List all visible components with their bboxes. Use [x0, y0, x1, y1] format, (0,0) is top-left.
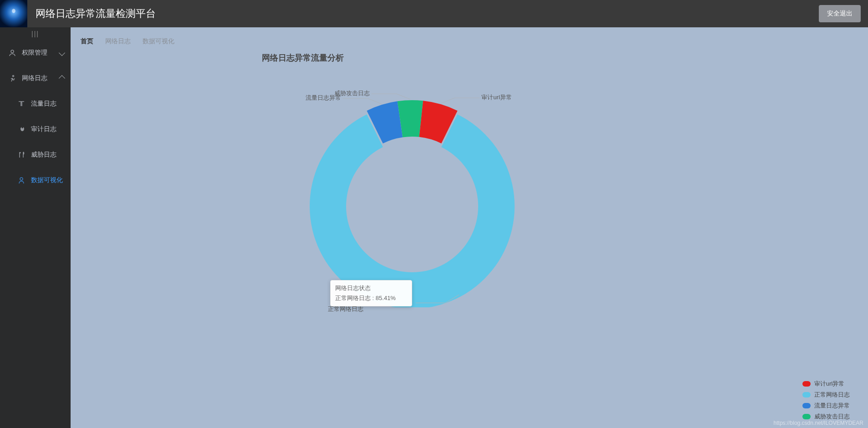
user-icon — [8, 49, 16, 57]
sidebar-item-label: 权限管理 — [22, 49, 60, 57]
tooltip-value: 正常网络日志 : 85.41% — [335, 294, 407, 302]
slice-label-2: 威胁攻击日志 — [334, 89, 370, 97]
legend-swatch — [802, 403, 811, 408]
sidebar-item-5[interactable]: 数据可视化 — [0, 168, 71, 193]
donut-chart — [307, 98, 517, 307]
legend-label: 正常网络日志 — [814, 391, 850, 399]
sidebar-item-3[interactable]: 审计日志 — [0, 117, 71, 142]
sidebar-item-label: 审计日志 — [31, 125, 66, 133]
sidebar: ||| 权限管理网络日志流量日志审计日志威胁日志数据可视化 — [0, 27, 71, 428]
watermark: https://blog.csdn.net/ILOVEMYDEAR — [774, 420, 863, 426]
utensil-icon — [17, 151, 26, 159]
sidebar-item-label: 流量日志 — [31, 100, 66, 108]
donut-slice-0[interactable] — [310, 114, 515, 307]
run-icon — [8, 74, 16, 82]
person-icon — [17, 176, 26, 184]
sidebar-item-4[interactable]: 威胁日志 — [0, 142, 71, 168]
legend-item[interactable]: 正常网络日志 — [802, 391, 850, 399]
legend-swatch — [802, 414, 811, 419]
legend-label: 流量日志异常 — [814, 402, 850, 410]
chevron-down-icon — [59, 50, 65, 56]
legend-swatch — [802, 381, 811, 387]
legend-swatch — [802, 392, 811, 397]
sidebar-collapse-toggle[interactable]: ||| — [0, 27, 71, 40]
chart-area: 网络日志异常流量分析 正常网络日志流量日志异常威胁攻击日志审计url异常 网络日… — [71, 27, 868, 428]
chart-title: 网络日志异常流量分析 — [262, 52, 344, 63]
app-header: 网络日志异常流量检测平台 安全退出 — [0, 0, 868, 27]
svg-point-0 — [11, 50, 14, 53]
sidebar-item-1[interactable]: 网络日志 — [0, 66, 71, 91]
app-logo — [0, 0, 27, 27]
legend-label: 审计url异常 — [814, 380, 844, 388]
main-content: 首页 网络日志 数据可视化 网络日志异常流量分析 正常网络日志流量日志异常威胁攻… — [71, 27, 868, 428]
legend-item[interactable]: 审计url异常 — [802, 380, 850, 388]
app-title: 网络日志异常流量检测平台 — [36, 7, 819, 20]
flame-icon — [17, 125, 26, 133]
tooltip-title: 网络日志状态 — [335, 284, 407, 292]
chart-tooltip: 网络日志状态 正常网络日志 : 85.41% — [330, 280, 412, 306]
legend-item[interactable]: 流量日志异常 — [802, 402, 850, 410]
svg-point-1 — [13, 76, 14, 77]
sidebar-item-label: 网络日志 — [22, 74, 60, 82]
svg-point-2 — [20, 178, 23, 180]
logout-button[interactable]: 安全退出 — [819, 5, 861, 22]
chevron-up-icon — [59, 75, 65, 82]
sidebar-item-2[interactable]: 流量日志 — [0, 91, 71, 117]
sidebar-item-label: 数据可视化 — [31, 176, 66, 184]
chart-legend: 审计url异常正常网络日志流量日志异常威胁攻击日志 — [802, 377, 850, 423]
sidebar-item-label: 威胁日志 — [31, 151, 66, 159]
book-icon — [17, 100, 26, 108]
sidebar-item-0[interactable]: 权限管理 — [0, 40, 71, 66]
